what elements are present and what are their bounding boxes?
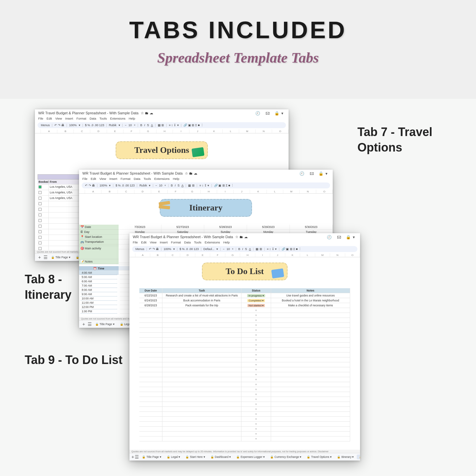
menu-format[interactable]: Format	[121, 177, 130, 181]
table-row[interactable]: ▾	[139, 318, 350, 323]
menu-extensions[interactable]: Extensions	[110, 117, 125, 120]
checkbox[interactable]	[39, 185, 42, 188]
menu-insert[interactable]: Insert	[65, 117, 73, 120]
table-row[interactable]: ▾	[139, 417, 350, 422]
menubar[interactable]: FileEditViewInsertFormatDataToolsExtensi…	[35, 116, 289, 122]
menu-tools[interactable]: Tools	[144, 177, 151, 181]
table-row[interactable]: ▾	[139, 362, 350, 367]
sheet-tabs[interactable]: + ☰ 🔒 Title Page ▾🔒 Legal ▾🔒 Start Here …	[129, 453, 360, 461]
table-row[interactable]: ▾	[139, 397, 350, 402]
time-column: ⏰ Time 4:00 AM5:00 AM6:00 AM7:00 AM8:00 …	[79, 266, 119, 275]
menu-view[interactable]: View	[99, 177, 106, 181]
table-row[interactable]: ▾	[139, 382, 350, 387]
checkbox[interactable]	[39, 230, 42, 233]
sheet-tab-title-page[interactable]: 🔒 Title Page ▾	[49, 255, 73, 260]
menu-data[interactable]: Data	[184, 240, 191, 244]
menu-data[interactable]: Data	[90, 117, 96, 120]
sheet-tab-dashboard[interactable]: 🔒 Dashboard ▾	[208, 455, 233, 459]
table-row[interactable]: ▾	[139, 367, 350, 372]
menu-insert[interactable]: Insert	[160, 240, 168, 244]
menu-file[interactable]: File	[38, 117, 43, 120]
sheet-tab-currency-exchange[interactable]: 🔒 Currency Exchange ▾	[268, 455, 304, 459]
add-sheet-button[interactable]: +	[81, 322, 86, 327]
menubar[interactable]: FileEditViewInsertFormatDataToolsExtensi…	[79, 176, 333, 182]
table-row[interactable]: ▾	[139, 432, 350, 436]
table-row[interactable]: ▾	[139, 387, 350, 392]
sheet-tab-to-do-list[interactable]: 🔒 To-Do List ▾	[357, 455, 360, 459]
checkbox[interactable]	[39, 208, 42, 211]
sheet-tab-itinerary[interactable]: 🔒 Itinerary ▾	[335, 455, 356, 459]
menu-format[interactable]: Format	[76, 117, 86, 120]
menubar[interactable]: FileEditViewInsertFormatDataToolsExtensi…	[129, 240, 360, 245]
menu-tools[interactable]: Tools	[194, 240, 201, 244]
add-sheet-button[interactable]: +	[37, 255, 42, 260]
menu-help[interactable]: Help	[223, 240, 230, 244]
checkbox[interactable]	[39, 241, 42, 244]
checkbox[interactable]	[39, 213, 42, 216]
table-row[interactable]: ▾	[139, 323, 350, 328]
sheet-tab-legal[interactable]: 🔒 Legal ▾	[164, 455, 183, 459]
sheet-tab-start-here[interactable]: 🔒 Start Here ▾	[183, 455, 207, 459]
table-row[interactable]: ▾	[139, 352, 350, 357]
toolbar[interactable]: Menus|↶ ↷ 🖶 | 100% ▾ |$ % .0 .00 123 | D…	[132, 246, 357, 252]
column-headers[interactable]: ABCDEFGHIJKLMNO	[129, 253, 360, 257]
table-row[interactable]: ▾	[139, 377, 350, 382]
table-row[interactable]: ▾	[139, 372, 350, 377]
menu-view[interactable]: View	[150, 240, 156, 244]
table-row[interactable]: ▾	[139, 392, 350, 397]
menu-file[interactable]: File	[82, 177, 87, 181]
table-row[interactable]: ▾	[139, 436, 350, 441]
checkbox[interactable]	[39, 191, 42, 194]
table-row[interactable]: ▾	[139, 333, 350, 338]
table-row[interactable]: ▾	[139, 357, 350, 362]
table-row[interactable]: ▾	[139, 407, 350, 412]
table-row[interactable]: 6/24/2023Book accommodation in ParisComp…	[139, 298, 350, 303]
toolbar[interactable]: Menus|↶ ↷ 🖶 | 100% ▾ |$ % .0 .00 123 | R…	[38, 122, 286, 128]
all-sheets-button[interactable]: ☰	[43, 255, 48, 260]
checkbox[interactable]	[39, 247, 42, 250]
table-row[interactable]: ▾	[139, 308, 350, 313]
checkbox[interactable]	[39, 197, 42, 200]
menu-format[interactable]: Format	[171, 240, 181, 244]
sheet-tab-expenses-logger[interactable]: 🔒 Expenses Logger ▾	[234, 455, 267, 459]
table-row[interactable]: ▾	[139, 422, 350, 427]
menu-help[interactable]: Help	[129, 117, 135, 120]
sheet-tab-title-page[interactable]: 🔒 Title Page ▾	[140, 455, 164, 459]
menu-data[interactable]: Data	[134, 177, 140, 181]
table-row[interactable]: ▾	[139, 313, 350, 318]
table-row[interactable]: ▾	[139, 412, 350, 417]
status-badge[interactable]: Completed ▾	[247, 299, 265, 302]
table-row[interactable]: ▾	[139, 427, 350, 432]
menu-file[interactable]: File	[133, 240, 138, 244]
menu-view[interactable]: View	[55, 117, 62, 120]
checkbox[interactable]	[39, 202, 42, 205]
checkbox[interactable]	[39, 225, 42, 228]
status-badge[interactable]: Not started ▾	[247, 304, 265, 307]
menu-help[interactable]: Help	[173, 177, 180, 181]
table-row[interactable]: 6/28/2023Pack essentials for the tripNot…	[139, 303, 350, 308]
sheet-tab-travel-options[interactable]: 🔒 Travel Options ▾	[304, 455, 334, 459]
table-row[interactable]: ▾	[139, 328, 350, 333]
menu-edit[interactable]: Edit	[46, 117, 52, 120]
table-row[interactable]: ▾	[139, 402, 350, 407]
menu-edit[interactable]: Edit	[91, 177, 96, 181]
table-row[interactable]: ▾	[139, 338, 350, 343]
table-row[interactable]: 6/22/2023Research and create a list of m…	[139, 293, 350, 298]
table-row[interactable]: ▾	[139, 348, 350, 352]
menu-extensions[interactable]: Extensions	[205, 240, 220, 244]
column-headers[interactable]: ABCDEFGHIJKLMNO	[79, 190, 333, 194]
all-sheets-button[interactable]: ☰	[135, 454, 139, 460]
toolbar[interactable]: ↶ ↷ 🖶 |100% ▾ |$ % .0 .00 123 | Rubik ▾ …	[82, 182, 330, 188]
menu-extensions[interactable]: Extensions	[154, 177, 169, 181]
table-row[interactable]: ▾	[139, 343, 350, 348]
add-sheet-button[interactable]: +	[131, 454, 134, 460]
status-badge[interactable]: In progress ▾	[247, 294, 265, 297]
column-headers[interactable]: ABCDEFGHIJKLMNO	[35, 129, 289, 133]
menu-insert[interactable]: Insert	[109, 177, 117, 181]
all-sheets-button[interactable]: ☰	[87, 322, 92, 327]
checkbox[interactable]	[39, 219, 42, 222]
menu-edit[interactable]: Edit	[141, 240, 146, 244]
sheet-tab-title-page[interactable]: 🔒 Title Page ▾	[93, 322, 117, 326]
checkbox[interactable]	[39, 236, 42, 239]
menu-tools[interactable]: Tools	[99, 117, 107, 120]
